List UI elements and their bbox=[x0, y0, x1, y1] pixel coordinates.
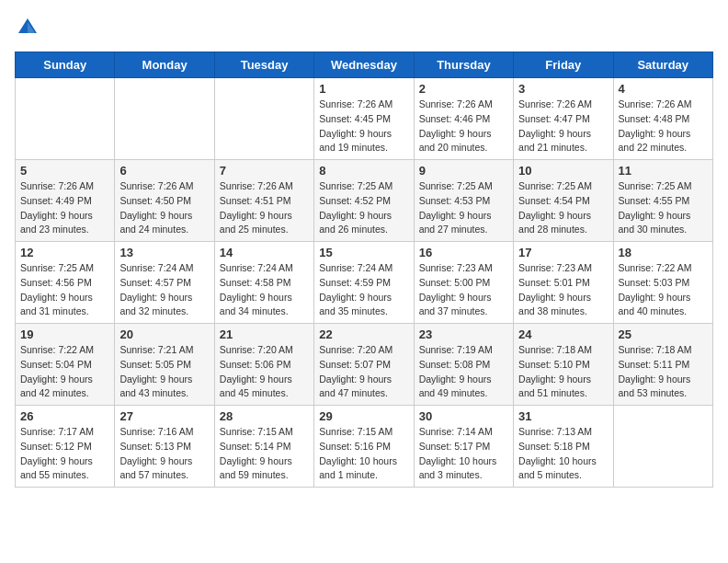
day-info: Sunrise: 7:25 AM Sunset: 4:53 PM Dayligh… bbox=[419, 179, 508, 237]
day-info: Sunrise: 7:26 AM Sunset: 4:50 PM Dayligh… bbox=[119, 179, 209, 237]
week-row-5: 26Sunrise: 7:17 AM Sunset: 5:12 PM Dayli… bbox=[16, 406, 713, 488]
day-cell: 30Sunrise: 7:14 AM Sunset: 5:17 PM Dayli… bbox=[414, 406, 513, 488]
day-number: 20 bbox=[119, 327, 209, 341]
logo-icon bbox=[15, 15, 40, 40]
day-number: 24 bbox=[518, 327, 608, 341]
day-cell: 9Sunrise: 7:25 AM Sunset: 4:53 PM Daylig… bbox=[414, 160, 513, 242]
day-cell: 28Sunrise: 7:15 AM Sunset: 5:14 PM Dayli… bbox=[214, 406, 313, 488]
day-info: Sunrise: 7:20 AM Sunset: 5:07 PM Dayligh… bbox=[319, 343, 408, 401]
day-number: 8 bbox=[319, 164, 408, 178]
day-number: 25 bbox=[619, 327, 708, 341]
day-number: 26 bbox=[20, 409, 109, 423]
day-number: 18 bbox=[619, 246, 708, 259]
day-cell: 10Sunrise: 7:25 AM Sunset: 4:54 PM Dayli… bbox=[514, 160, 613, 242]
day-info: Sunrise: 7:15 AM Sunset: 5:16 PM Dayligh… bbox=[319, 425, 408, 483]
day-cell: 21Sunrise: 7:20 AM Sunset: 5:06 PM Dayli… bbox=[214, 324, 313, 406]
header-cell-wednesday: Wednesday bbox=[314, 52, 414, 78]
day-number: 15 bbox=[319, 246, 408, 259]
day-cell: 16Sunrise: 7:23 AM Sunset: 5:00 PM Dayli… bbox=[414, 242, 513, 324]
header-cell-thursday: Thursday bbox=[414, 52, 513, 78]
day-cell: 6Sunrise: 7:26 AM Sunset: 4:50 PM Daylig… bbox=[115, 160, 214, 242]
day-cell bbox=[613, 406, 712, 488]
week-row-3: 12Sunrise: 7:25 AM Sunset: 4:56 PM Dayli… bbox=[16, 242, 713, 324]
day-cell: 15Sunrise: 7:24 AM Sunset: 4:59 PM Dayli… bbox=[314, 242, 414, 324]
day-info: Sunrise: 7:15 AM Sunset: 5:14 PM Dayligh… bbox=[220, 425, 309, 483]
day-number: 22 bbox=[319, 327, 408, 341]
day-number: 11 bbox=[619, 164, 708, 178]
day-number: 6 bbox=[119, 164, 209, 178]
day-info: Sunrise: 7:14 AM Sunset: 5:17 PM Dayligh… bbox=[419, 425, 508, 483]
week-row-1: 1Sunrise: 7:26 AM Sunset: 4:45 PM Daylig… bbox=[16, 78, 713, 160]
day-number: 21 bbox=[220, 327, 309, 341]
day-cell: 17Sunrise: 7:23 AM Sunset: 5:01 PM Dayli… bbox=[514, 242, 613, 324]
week-row-2: 5Sunrise: 7:26 AM Sunset: 4:49 PM Daylig… bbox=[16, 160, 713, 242]
day-cell: 7Sunrise: 7:26 AM Sunset: 4:51 PM Daylig… bbox=[214, 160, 313, 242]
day-cell: 31Sunrise: 7:13 AM Sunset: 5:18 PM Dayli… bbox=[514, 406, 613, 488]
day-info: Sunrise: 7:24 AM Sunset: 4:57 PM Dayligh… bbox=[119, 261, 209, 319]
day-info: Sunrise: 7:21 AM Sunset: 5:05 PM Dayligh… bbox=[119, 343, 209, 401]
calendar-header: SundayMondayTuesdayWednesdayThursdayFrid… bbox=[16, 52, 713, 78]
day-info: Sunrise: 7:26 AM Sunset: 4:46 PM Dayligh… bbox=[419, 98, 508, 155]
day-cell: 11Sunrise: 7:25 AM Sunset: 4:55 PM Dayli… bbox=[613, 160, 712, 242]
day-info: Sunrise: 7:22 AM Sunset: 5:03 PM Dayligh… bbox=[619, 261, 708, 319]
day-cell: 26Sunrise: 7:17 AM Sunset: 5:12 PM Dayli… bbox=[16, 406, 115, 488]
day-cell: 23Sunrise: 7:19 AM Sunset: 5:08 PM Dayli… bbox=[414, 324, 513, 406]
day-cell: 18Sunrise: 7:22 AM Sunset: 5:03 PM Dayli… bbox=[613, 242, 712, 324]
day-cell: 25Sunrise: 7:18 AM Sunset: 5:11 PM Dayli… bbox=[613, 324, 712, 406]
day-cell: 13Sunrise: 7:24 AM Sunset: 4:57 PM Dayli… bbox=[115, 242, 214, 324]
day-number: 5 bbox=[20, 164, 109, 178]
header-cell-friday: Friday bbox=[514, 52, 613, 78]
day-cell bbox=[16, 78, 115, 160]
day-number: 30 bbox=[419, 409, 508, 423]
day-cell: 4Sunrise: 7:26 AM Sunset: 4:48 PM Daylig… bbox=[613, 78, 712, 160]
day-info: Sunrise: 7:18 AM Sunset: 5:11 PM Dayligh… bbox=[619, 343, 708, 401]
calendar-body: 1Sunrise: 7:26 AM Sunset: 4:45 PM Daylig… bbox=[16, 78, 713, 488]
day-info: Sunrise: 7:26 AM Sunset: 4:51 PM Dayligh… bbox=[220, 179, 309, 237]
day-info: Sunrise: 7:13 AM Sunset: 5:18 PM Dayligh… bbox=[518, 425, 608, 483]
header-cell-monday: Monday bbox=[115, 52, 214, 78]
week-row-4: 19Sunrise: 7:22 AM Sunset: 5:04 PM Dayli… bbox=[16, 324, 713, 406]
day-number: 28 bbox=[220, 409, 309, 423]
day-number: 1 bbox=[319, 82, 408, 96]
day-cell: 5Sunrise: 7:26 AM Sunset: 4:49 PM Daylig… bbox=[16, 160, 115, 242]
day-cell: 8Sunrise: 7:25 AM Sunset: 4:52 PM Daylig… bbox=[314, 160, 414, 242]
day-cell: 2Sunrise: 7:26 AM Sunset: 4:46 PM Daylig… bbox=[414, 78, 513, 160]
day-number: 16 bbox=[419, 246, 508, 259]
day-number: 27 bbox=[119, 409, 209, 423]
header-cell-saturday: Saturday bbox=[613, 52, 712, 78]
day-number: 7 bbox=[220, 164, 309, 178]
header-cell-tuesday: Tuesday bbox=[214, 52, 313, 78]
day-info: Sunrise: 7:25 AM Sunset: 4:52 PM Dayligh… bbox=[319, 179, 408, 237]
day-number: 10 bbox=[518, 164, 608, 178]
day-number: 13 bbox=[119, 246, 209, 259]
logo bbox=[15, 15, 44, 40]
day-info: Sunrise: 7:20 AM Sunset: 5:06 PM Dayligh… bbox=[220, 343, 309, 401]
day-cell: 14Sunrise: 7:24 AM Sunset: 4:58 PM Dayli… bbox=[214, 242, 313, 324]
day-info: Sunrise: 7:24 AM Sunset: 4:58 PM Dayligh… bbox=[220, 261, 309, 319]
day-number: 31 bbox=[518, 409, 608, 423]
day-info: Sunrise: 7:25 AM Sunset: 4:54 PM Dayligh… bbox=[518, 179, 608, 237]
day-info: Sunrise: 7:26 AM Sunset: 4:48 PM Dayligh… bbox=[619, 98, 708, 155]
day-number: 9 bbox=[419, 164, 508, 178]
day-info: Sunrise: 7:26 AM Sunset: 4:45 PM Dayligh… bbox=[319, 98, 408, 155]
day-info: Sunrise: 7:17 AM Sunset: 5:12 PM Dayligh… bbox=[20, 425, 109, 483]
day-cell: 20Sunrise: 7:21 AM Sunset: 5:05 PM Dayli… bbox=[115, 324, 214, 406]
day-cell: 3Sunrise: 7:26 AM Sunset: 4:47 PM Daylig… bbox=[514, 78, 613, 160]
day-number: 3 bbox=[518, 82, 608, 96]
day-info: Sunrise: 7:25 AM Sunset: 4:55 PM Dayligh… bbox=[619, 179, 708, 237]
day-info: Sunrise: 7:22 AM Sunset: 5:04 PM Dayligh… bbox=[20, 343, 109, 401]
header-row: SundayMondayTuesdayWednesdayThursdayFrid… bbox=[16, 52, 713, 78]
header-cell-sunday: Sunday bbox=[16, 52, 115, 78]
day-info: Sunrise: 7:25 AM Sunset: 4:56 PM Dayligh… bbox=[20, 261, 109, 319]
day-info: Sunrise: 7:18 AM Sunset: 5:10 PM Dayligh… bbox=[518, 343, 608, 401]
calendar-table: SundayMondayTuesdayWednesdayThursdayFrid… bbox=[15, 52, 713, 488]
day-info: Sunrise: 7:23 AM Sunset: 5:01 PM Dayligh… bbox=[518, 261, 608, 319]
day-number: 12 bbox=[20, 246, 109, 259]
day-number: 14 bbox=[220, 246, 309, 259]
day-cell: 19Sunrise: 7:22 AM Sunset: 5:04 PM Dayli… bbox=[16, 324, 115, 406]
day-info: Sunrise: 7:24 AM Sunset: 4:59 PM Dayligh… bbox=[319, 261, 408, 319]
day-number: 4 bbox=[619, 82, 708, 96]
day-number: 19 bbox=[20, 327, 109, 341]
day-cell: 22Sunrise: 7:20 AM Sunset: 5:07 PM Dayli… bbox=[314, 324, 414, 406]
day-info: Sunrise: 7:16 AM Sunset: 5:13 PM Dayligh… bbox=[119, 425, 209, 483]
